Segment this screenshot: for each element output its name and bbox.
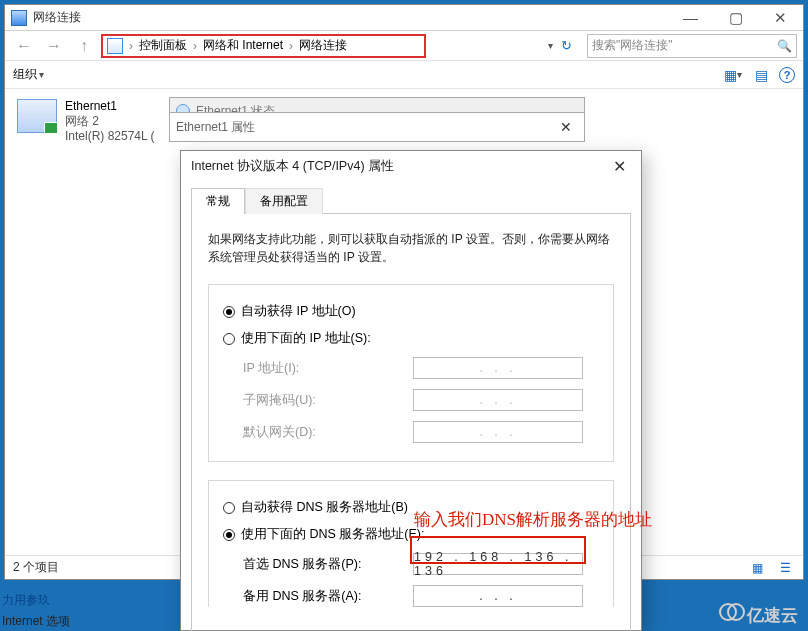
radio-icon [223, 502, 235, 514]
view-list-button[interactable]: ☰ [775, 560, 795, 576]
tab-alternate[interactable]: 备用配置 [245, 188, 323, 214]
radio-auto-ip[interactable]: 自动获得 IP 地址(O) [223, 303, 599, 320]
watermark-icon [719, 603, 745, 621]
dialog-titlebar: Internet 协议版本 4 (TCP/IPv4) 属性 ✕ [181, 151, 641, 181]
chevron-right-icon: › [289, 39, 293, 53]
gateway-input: . . . [413, 421, 583, 443]
gateway-row: 默认网关(D): . . . [243, 421, 599, 443]
maximize-button[interactable]: ▢ [713, 5, 758, 30]
chevron-down-icon: ▾ [39, 69, 44, 80]
radio-use-ip[interactable]: 使用下面的 IP 地址(S): [223, 330, 599, 347]
subnet-mask-row: 子网掩码(U): . . . [243, 389, 599, 411]
minimize-button[interactable]: — [668, 5, 713, 30]
organize-menu[interactable]: 组织 ▾ [13, 66, 44, 83]
control-panel-icon [107, 38, 123, 54]
refresh-button[interactable]: ↻ [555, 35, 577, 57]
network-icon [11, 10, 27, 26]
watermark: 亿速云 [719, 603, 798, 627]
close-button[interactable]: ✕ [607, 156, 631, 176]
breadcrumb[interactable]: › 控制面板 › 网络和 Internet › 网络连接 [101, 34, 426, 58]
radio-icon [223, 529, 235, 541]
help-button[interactable]: ? [779, 67, 795, 83]
toolbar: 组织 ▾ ▦ ▾ ▤ ? [5, 61, 803, 89]
history-dropdown[interactable]: ▾ [548, 40, 553, 51]
breadcrumb-part[interactable]: 网络和 Internet [203, 37, 283, 54]
gateway-label: 默认网关(D): [243, 424, 403, 441]
close-button[interactable]: ✕ [758, 5, 803, 30]
annotation-dns-hint: 输入我们DNS解析服务器的地址 [414, 508, 652, 531]
radio-icon [223, 333, 235, 345]
tab-general[interactable]: 常规 [191, 188, 245, 214]
breadcrumb-part[interactable]: 控制面板 [139, 37, 187, 54]
address-bar-row: ← → ↑ › 控制面板 › 网络和 Internet › 网络连接 ▾ ↻ 搜… [5, 31, 803, 61]
description-text: 如果网络支持此功能，则可以获取自动指派的 IP 设置。否则，你需要从网络系统管理… [208, 230, 614, 266]
chevron-right-icon: › [193, 39, 197, 53]
alternate-dns-label: 备用 DNS 服务器(A): [243, 588, 403, 605]
chevron-right-icon: › [129, 39, 133, 53]
tab-panel: 如果网络支持此功能，则可以获取自动指派的 IP 设置。否则，你需要从网络系统管理… [191, 213, 631, 631]
ethernet-properties-title: Ethernet1 属性 [176, 119, 554, 136]
preferred-dns-label: 首选 DNS 服务器(P): [243, 556, 403, 573]
ip-address-label: IP 地址(I): [243, 360, 403, 377]
ethernet-properties-window: Ethernet1 属性 ✕ [169, 112, 585, 142]
subnet-mask-label: 子网掩码(U): [243, 392, 403, 409]
tab-strip: 常规 备用配置 [191, 187, 631, 213]
view-details-button[interactable]: ▤ [751, 66, 771, 84]
ip-address-row: IP 地址(I): . . . [243, 357, 599, 379]
subnet-mask-input: . . . [413, 389, 583, 411]
search-placeholder: 搜索"网络连接" [592, 37, 673, 54]
adapter-network: 网络 2 [65, 114, 155, 129]
dialog-title: Internet 协议版本 4 (TCP/IPv4) 属性 [191, 158, 394, 175]
window-title: 网络连接 [33, 9, 668, 26]
items-count: 2 个项目 [13, 559, 59, 576]
alternate-dns-input[interactable]: . . . [413, 585, 583, 607]
up-button[interactable]: ↑ [71, 35, 97, 57]
radio-icon [223, 306, 235, 318]
ip-group: 自动获得 IP 地址(O) 使用下面的 IP 地址(S): IP 地址(I): … [208, 284, 614, 462]
adapter-device: Intel(R) 82574L ( [65, 129, 155, 144]
ip-address-input: . . . [413, 357, 583, 379]
search-input[interactable]: 搜索"网络连接" 🔍 [587, 34, 797, 58]
footer-link-2[interactable]: Internet 选项 [2, 613, 70, 630]
close-button[interactable]: ✕ [554, 117, 578, 137]
view-icons-button[interactable]: ▦ ▾ [723, 66, 743, 84]
annotation-dns-frame [410, 536, 586, 564]
back-button[interactable]: ← [11, 35, 37, 57]
adapter-name: Ethernet1 [65, 99, 155, 114]
adapter-item[interactable]: Ethernet1 网络 2 Intel(R) 82574L ( [17, 99, 177, 144]
forward-button[interactable]: → [41, 35, 67, 57]
footer-link-1[interactable]: 力用参玖 [2, 592, 50, 609]
alternate-dns-row: 备用 DNS 服务器(A): . . . [243, 585, 599, 607]
titlebar: 网络连接 — ▢ ✕ [5, 5, 803, 31]
ethernet-adapter-icon [17, 99, 57, 133]
view-icons-button[interactable]: ▦ [747, 560, 767, 576]
search-icon: 🔍 [777, 39, 792, 53]
breadcrumb-part[interactable]: 网络连接 [299, 37, 347, 54]
